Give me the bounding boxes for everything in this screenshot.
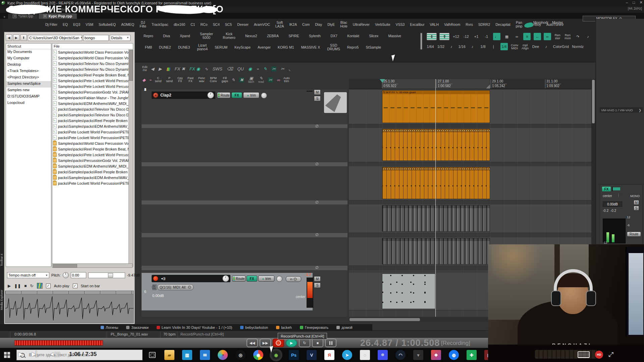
go-to-end-button[interactable]: ▶▶ xyxy=(260,339,271,347)
tempo-match-dropdown[interactable]: Tempo match off▼ xyxy=(7,272,49,278)
prev-take-icon[interactable]: ◀ xyxy=(151,67,154,71)
file-row[interactable]: packs\Pete Lockett World Percussion\PETE… xyxy=(52,129,133,135)
file-row[interactable]: Samples\packs\Televisor Nu Disco Dynamit… xyxy=(52,66,133,72)
bookmark-item[interactable]: bebyclarkston xyxy=(240,325,268,329)
transport-time-display[interactable]: 26.4.87 / 1:00.508 xyxy=(360,338,440,348)
file-row[interactable]: Samples\packs\Reel People Broken Beat, N… xyxy=(52,72,133,78)
add-tab-button[interactable]: + xyxy=(3,15,5,19)
edit-action-button[interactable]: C send xyxy=(155,77,162,83)
track-lane[interactable]: ↻ M P FX ∿00-Kick-glued xyxy=(349,89,595,124)
env-knob[interactable] xyxy=(261,93,267,99)
plugin-button[interactable]: RCo xyxy=(201,23,208,26)
plugin-button[interactable]: SPIRE xyxy=(288,34,299,38)
shortcut-item[interactable]: My Computer xyxy=(6,56,51,62)
lips-icon[interactable]: ∞ xyxy=(277,78,280,82)
audio-clips-clap2[interactable] xyxy=(382,238,490,264)
plugin-button[interactable]: Sylenth xyxy=(309,34,321,38)
file-row[interactable]: packs\Samples\packs\Televisor Nu Disco D… xyxy=(52,112,133,118)
edit-action-button[interactable]: BPM Conv xyxy=(210,77,217,83)
trim-button[interactable]: ▲trim xyxy=(258,276,274,282)
track-number[interactable]: 6 xyxy=(142,273,149,310)
arrange-hscrollbar[interactable] xyxy=(349,317,490,322)
plugin-button[interactable]: Morphodr xyxy=(533,21,548,24)
plugin-button[interactable]: Avenger xyxy=(258,46,271,49)
auto-play-checkbox[interactable]: ✓ xyxy=(46,284,51,288)
plugin-button[interactable]: SDRR2 xyxy=(478,23,490,26)
file-row[interactable]: packs\Samples\packs\EDM Anthems\WAV_M xyxy=(52,175,133,180)
fullscreen-icon[interactable]: ⤢ xyxy=(608,351,613,358)
file-row[interactable]: Samples\packs\PercussionGodz Vol. 2\RARE… xyxy=(52,89,133,95)
toolbar-icon[interactable]: ↔ xyxy=(534,33,541,40)
file-row[interactable]: Samples\packs\World Class Percussion Vol… xyxy=(52,49,133,55)
plugin-button[interactable]: KeyScape xyxy=(234,46,251,49)
plugin-button[interactable]: SC5 xyxy=(225,23,232,26)
pencil-icon[interactable]: ✎ xyxy=(263,67,267,71)
route-button[interactable]: Route xyxy=(232,276,246,282)
plugin-button[interactable]: Com xyxy=(302,23,310,26)
start-button[interactable] xyxy=(4,352,10,358)
phase-icon[interactable]: ∅ xyxy=(315,265,319,270)
plugin-button[interactable]: Diva xyxy=(163,34,170,38)
bookmark-item[interactable]: Learn Violin In 30 Days! Youtube - 1 / (… xyxy=(157,325,232,329)
file-row[interactable]: Samples\packs\Pete Lockett World Percuss… xyxy=(52,152,133,158)
app-13[interactable]: ⌾ xyxy=(378,350,388,360)
file-row[interactable]: Samples\packs\Reel People Broken Beat, N… xyxy=(52,146,133,152)
grid-division-button[interactable]: ♪ xyxy=(542,43,550,50)
record-input-dropdown[interactable]: in▼ xyxy=(286,276,301,282)
record-button[interactable] xyxy=(273,339,284,347)
photoshop[interactable]: Ps xyxy=(289,350,299,360)
trim-button[interactable]: ▲trim xyxy=(243,92,259,98)
razor-icon[interactable]: ✂ xyxy=(271,66,276,71)
app-15[interactable]: ▾ xyxy=(413,350,423,360)
record-arm-button[interactable] xyxy=(153,276,158,281)
plugin-button[interactable]: Nexus2 xyxy=(245,34,257,38)
toolbar-icon[interactable]: -12 xyxy=(463,33,470,40)
plugin-button[interactable]: IK2A xyxy=(289,23,297,26)
app-16[interactable]: ❖ xyxy=(431,350,441,360)
file-row[interactable]: Samples\packs\EDM Anthems\WAV_MIDI_Pr xyxy=(52,163,133,169)
track-lane[interactable] xyxy=(349,166,595,200)
plugin-button[interactable]: Soft LA2A xyxy=(275,21,284,28)
grid-division-button[interactable]: 1/64 xyxy=(427,43,434,50)
bookmark-item[interactable]: lackeh xyxy=(276,325,292,329)
toolbar-icon[interactable]: ▦ xyxy=(503,33,511,40)
phase-icon[interactable]: ∅ xyxy=(315,124,319,128)
pitch-value-input[interactable] xyxy=(71,272,86,278)
track-separator[interactable]: ∅ xyxy=(142,200,347,204)
grid-division-button[interactable]: mpl Align xyxy=(522,43,529,50)
plugin-button[interactable]: Kontakt xyxy=(347,34,359,38)
plugin-button[interactable]: Slicex xyxy=(369,34,378,38)
auto-trim-button[interactable]: Auto trim xyxy=(283,77,290,83)
master-pan-knob[interactable] xyxy=(618,193,619,197)
edit-cursor-marker[interactable] xyxy=(380,79,385,83)
obs[interactable]: ◎ xyxy=(235,350,246,360)
toolbar-icon[interactable]: +1 xyxy=(473,33,480,40)
track-separator[interactable]: ∅ xyxy=(142,162,347,166)
edit-action-button[interactable]: Cpy FX xyxy=(177,77,183,83)
toolbar-icon[interactable]: +12 xyxy=(452,33,460,40)
plugin-button[interactable]: Dlay xyxy=(315,23,322,26)
bookmark-item[interactable]: Заказчики xyxy=(126,325,148,329)
file-row[interactable]: packs\Samples\packs\EDM Anthems\WAV_M xyxy=(52,123,133,129)
waveform-preview[interactable] xyxy=(5,291,134,323)
solo-button[interactable]: S xyxy=(314,283,321,288)
preview-pause-button[interactable]: ❚❚ xyxy=(14,284,21,288)
phase-icon[interactable]: ∅ xyxy=(315,233,319,237)
toolbar-icon[interactable]: ⇧ xyxy=(439,33,449,40)
grid-division-button[interactable]: 1/32 xyxy=(437,43,444,50)
video-volume-icon[interactable]: ◄))) xyxy=(49,351,60,358)
next-take-icon[interactable]: ▶ xyxy=(159,67,162,71)
shortcut-item[interactable]: D:\STUDIO3\SAMP xyxy=(6,94,51,100)
mail[interactable]: ✉ xyxy=(200,350,210,360)
file-pane-scrollbar[interactable] xyxy=(128,49,133,266)
split-items-icon[interactable]: ✂ xyxy=(268,77,273,82)
close-button[interactable]: ✕ xyxy=(640,0,643,5)
file-row[interactable]: Samples\packs\EDM Anthems\WAV_MIDI_Pr xyxy=(52,101,133,106)
pan-knob[interactable] xyxy=(222,275,229,282)
pause-button[interactable] xyxy=(325,339,336,347)
file-row[interactable]: packs\Pete Lockett World Percussion\PETE… xyxy=(52,135,133,140)
track-lane[interactable] xyxy=(349,204,595,233)
fx-remove-icon[interactable]: FX ✖ xyxy=(175,67,185,71)
app-12[interactable]: ◌ xyxy=(360,350,370,360)
vegas[interactable]: V xyxy=(307,350,317,360)
